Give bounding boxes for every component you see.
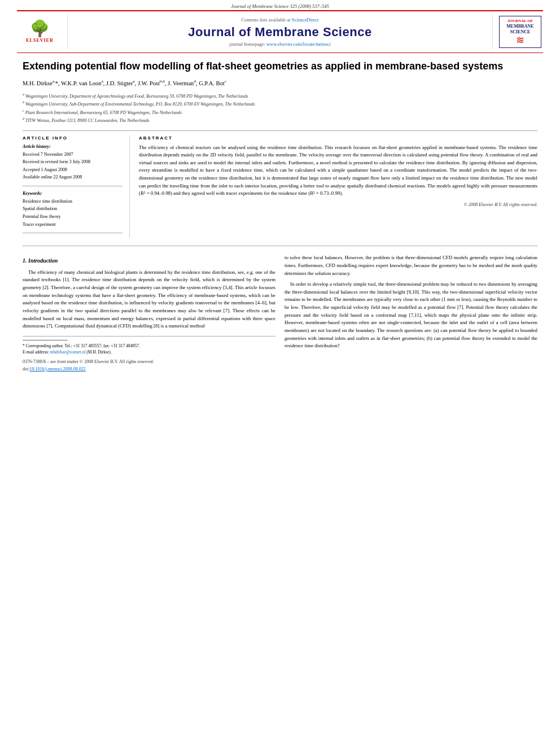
intro-p1: The efficiency of many chemical and biol… bbox=[23, 269, 275, 330]
footnote-email-link[interactable]: mhdirkse@zonnet.nl bbox=[50, 350, 86, 355]
article-dates: Received 7 November 2007 Received in rev… bbox=[23, 151, 123, 181]
article-info-heading: ARTICLE INFO bbox=[23, 136, 123, 141]
keywords-section: Keywords: Residence time distribution Sp… bbox=[23, 191, 123, 228]
intro-col2-p1: to solve these local balances. However, … bbox=[285, 254, 537, 277]
footnote-star: * Corresponding author. Tel.: +31 317 48… bbox=[23, 343, 275, 349]
footnote-email-label: E-mail address: bbox=[23, 350, 49, 355]
date-online: Available online 22 August 2008 bbox=[23, 173, 123, 181]
affiliation-c: c Plant Research International, Bornsest… bbox=[23, 108, 537, 116]
logo-box-membrane: MEMBRANESCIENCE bbox=[502, 24, 539, 36]
affiliation-a: a Wageningen University, Department of A… bbox=[23, 92, 537, 100]
logo-box-journal: journal of bbox=[502, 19, 539, 24]
date-accepted: Accepted 1 August 2008 bbox=[23, 166, 123, 174]
affiliation-b: b Wageningen University, Sub-Department … bbox=[23, 100, 537, 108]
abstract-col: ABSTRACT The efficiency of chemical reac… bbox=[139, 136, 537, 238]
elsevier-tree-icon: 🌳 bbox=[26, 21, 53, 37]
journal-title: Journal of Membrane Science bbox=[73, 25, 487, 40]
date-revised: Received in revised form 3 July 2008 bbox=[23, 158, 123, 166]
doi-line: 0376-7388/$ – see front matter © 2008 El… bbox=[23, 359, 275, 373]
keyword-2: Spatial distribution bbox=[23, 205, 123, 213]
journal-homepage-link[interactable]: www.elsevier.com/locate/memsci bbox=[266, 41, 331, 47]
section1-title: 1. Introduction bbox=[23, 256, 275, 265]
divider-keywords bbox=[23, 186, 123, 186]
article-history-label: Article history: bbox=[23, 144, 123, 149]
divider-1 bbox=[23, 130, 537, 131]
authors: M.H. Dirksea,*, W.K.P. van Loona, J.D. S… bbox=[23, 78, 537, 88]
journal-header: 🌳 ELSEVIER Contents lists available at S… bbox=[17, 10, 543, 53]
keyword-4: Tracer experiment bbox=[23, 221, 123, 229]
journal-logo-box: journal of MEMBRANESCIENCE ≋ bbox=[499, 16, 541, 49]
journal-center: Contents lists available at ScienceDirec… bbox=[68, 15, 492, 49]
article-info-abstract: ARTICLE INFO Article history: Received 7… bbox=[23, 136, 537, 238]
sciencedirect-line: Contents lists available at ScienceDirec… bbox=[73, 17, 487, 23]
article-body: Extending potential flow modelling of fl… bbox=[0, 53, 560, 384]
keyword-1: Residence time distribution bbox=[23, 198, 123, 206]
intro-col2-p2: In order to develop a relatively simple … bbox=[285, 281, 537, 350]
date-received: Received 7 November 2007 bbox=[23, 151, 123, 159]
article-info-col: ARTICLE INFO Article history: Received 7… bbox=[23, 136, 130, 238]
divider-main bbox=[23, 246, 537, 246]
footnote-email-suffix: (M.H. Dirkse). bbox=[86, 350, 112, 355]
affiliations: a Wageningen University, Department of A… bbox=[23, 92, 537, 125]
abstract-heading: ABSTRACT bbox=[139, 136, 537, 141]
divider-3 bbox=[23, 233, 123, 233]
footer-divider bbox=[23, 340, 68, 340]
main-col-left: 1. Introduction The efficiency of many c… bbox=[23, 254, 275, 373]
affiliation-d: d TITW Wetsus, Postbus 1113, 8900 CC Lee… bbox=[23, 116, 537, 124]
article-history-section: Article history: Received 7 November 200… bbox=[23, 144, 123, 181]
footer-notes: * Corresponding author. Tel.: +31 317 48… bbox=[23, 336, 275, 373]
elsevier-logo: 🌳 ELSEVIER bbox=[17, 15, 68, 49]
main-two-col: 1. Introduction The efficiency of many c… bbox=[23, 254, 537, 373]
journal-citation: Journal of Membrane Science 325 (2008) 5… bbox=[0, 0, 560, 10]
page-wrapper: Journal of Membrane Science 325 (2008) 5… bbox=[0, 0, 560, 747]
main-col-right: to solve these local balances. However, … bbox=[285, 254, 537, 373]
keywords-list: Residence time distribution Spatial dist… bbox=[23, 198, 123, 228]
keywords-label: Keywords: bbox=[23, 191, 123, 196]
copyright-line: © 2008 Elsevier B.V. All rights reserved… bbox=[139, 202, 537, 207]
doi-link[interactable]: 10.1016/j.memsci.2008.08.022 bbox=[29, 366, 85, 372]
journal-logo-right: journal of MEMBRANESCIENCE ≋ bbox=[492, 15, 543, 49]
journal-homepage: journal homepage: www.elsevier.com/locat… bbox=[73, 41, 487, 47]
logo-box-icon: ≋ bbox=[502, 35, 539, 45]
elsevier-text: ELSEVIER bbox=[26, 38, 53, 43]
sciencedirect-link[interactable]: ScienceDirect bbox=[292, 17, 319, 23]
keyword-3: Potential flow theory bbox=[23, 213, 123, 221]
abstract-text: The efficiency of chemical reactors can … bbox=[139, 144, 537, 198]
article-title: Extending potential flow modelling of fl… bbox=[23, 60, 537, 73]
footnote-email: E-mail address: mhdirkse@zonnet.nl (M.H.… bbox=[23, 349, 275, 355]
